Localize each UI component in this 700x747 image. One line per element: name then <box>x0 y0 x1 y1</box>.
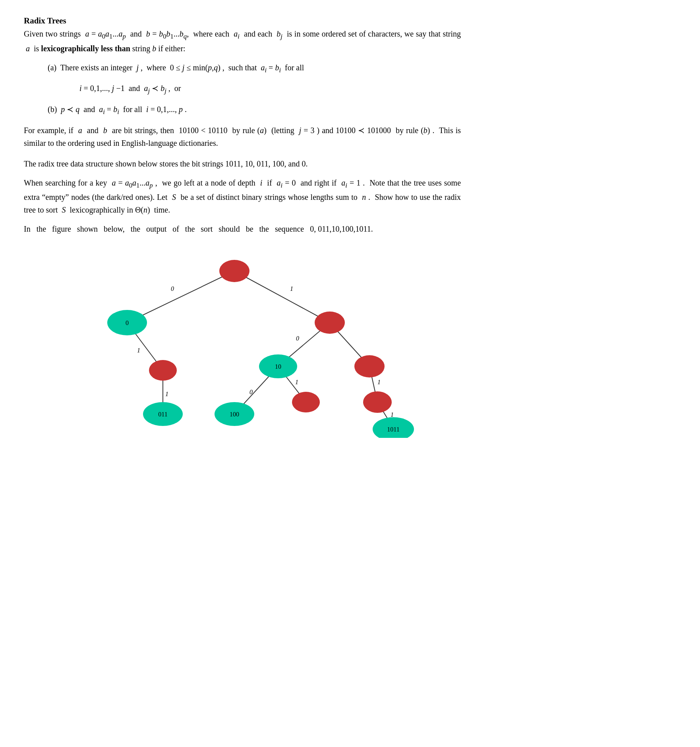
page-title: Radix Trees <box>24 16 461 26</box>
figure-paragraph: In the figure shown below, the output of… <box>24 223 461 235</box>
node-red-10r <box>292 392 320 412</box>
node-011-label: 011 <box>158 411 167 418</box>
node-0-label: 0 <box>126 319 129 326</box>
node-red-left <box>149 360 177 381</box>
rule-b-text: (b) p ≺ q and ai = bi for all i = 0,1,..… <box>48 103 461 118</box>
edge-label-rrr-right: 1 <box>391 411 394 418</box>
edge-label-right-0: 0 <box>296 335 299 342</box>
svg-line-0 <box>127 271 234 323</box>
edge-label-0-right: 1 <box>137 347 140 354</box>
rule-a-sub: i = 0,1,..., j −1 and aj ≺ bj , or <box>79 82 461 97</box>
rule-a-text: (a) There exists an integer j , where 0 … <box>48 61 461 76</box>
edge-label-red1-down: 1 <box>165 391 168 397</box>
edge-label-root-left: 0 <box>171 285 174 292</box>
edge-label-rr-right: 1 <box>377 379 381 385</box>
rule-a-block: (a) There exists an integer j , where 0 … <box>48 61 461 118</box>
node-10-label: 10 <box>275 363 281 370</box>
edge-label-10-left: 0 <box>249 389 253 395</box>
tree-diagram: 0 1 1 1 0 0 1 1 <box>24 247 461 438</box>
node-100-label: 100 <box>230 411 239 418</box>
svg-line-1 <box>234 271 330 323</box>
node-1011-label: 1011 <box>387 426 399 433</box>
searching-paragraph: When searching for a key a = a0a1...ap ,… <box>24 176 461 217</box>
node-red-deep <box>363 391 392 413</box>
node-red-far-right <box>354 355 385 377</box>
edge-label-root-right: 1 <box>290 285 293 292</box>
edge-label-10-right: 1 <box>295 379 298 385</box>
intro-paragraph: Given two strings a = a0a1...ap and b = … <box>24 27 461 55</box>
root-node <box>219 260 249 282</box>
radix-tree-paragraph: The radix tree data structure shown belo… <box>24 157 461 170</box>
node-red-right <box>315 312 345 334</box>
example-paragraph: For example, if a and b are bit strings,… <box>24 124 461 149</box>
